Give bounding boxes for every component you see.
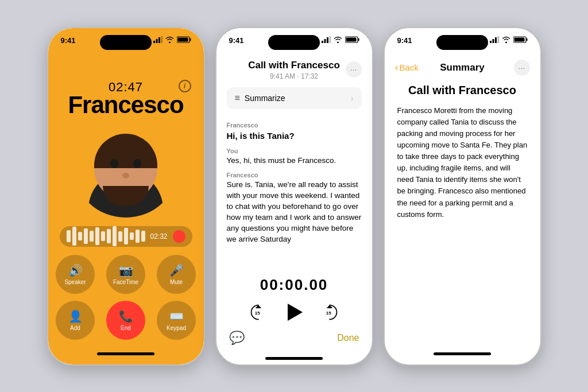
record-button[interactable]: [173, 230, 185, 243]
svg-rect-0: [153, 41, 155, 43]
summary-more-icon: ···: [519, 63, 525, 72]
svg-rect-1: [156, 39, 157, 43]
dynamic-island: [100, 35, 152, 50]
phone-summary: 9:41: [384, 27, 541, 366]
add-label: Add: [70, 325, 80, 331]
wifi-icon-3: [502, 36, 510, 43]
back-button[interactable]: ‹ Back: [395, 61, 419, 73]
svg-rect-5: [189, 38, 191, 41]
add-button[interactable]: 👤 Add: [56, 301, 95, 340]
mute-label: Mute: [170, 279, 183, 285]
facetime-label: FaceTime: [113, 279, 138, 285]
memoji-nose: [122, 173, 129, 178]
summarize-chevron-icon: ›: [351, 94, 354, 103]
keypad-button[interactable]: ⌨️ Keypad: [157, 301, 196, 340]
wave-line: [118, 231, 122, 242]
wave-line: [107, 229, 111, 243]
end-icon: 📞: [119, 309, 133, 323]
signal-icon: [153, 36, 163, 43]
transcript-subtitle: 9:41 AM · 17:32: [270, 72, 318, 80]
svg-rect-3: [161, 36, 163, 43]
status-icons-2: [322, 36, 359, 43]
transcript-body: Francesco Hi, is this Tania? You Yes, hi…: [216, 109, 372, 268]
speaker-button[interactable]: 🔊 Speaker: [56, 255, 95, 294]
wave-line: [84, 228, 88, 244]
playback-section: 00:00.00 15: [216, 268, 372, 325]
call-btn-row-2: 👤 Add 📞 End ⌨️ Keypad: [56, 301, 196, 340]
call-info-icon[interactable]: i: [179, 80, 191, 92]
facetime-icon: 📷: [119, 263, 133, 277]
memoji: [77, 120, 175, 218]
status-time-2: 9:41: [229, 36, 244, 45]
svg-rect-21: [497, 36, 499, 43]
speaker-label-2: You: [227, 148, 362, 154]
memoji-right-eye: [133, 159, 141, 168]
end-call-button[interactable]: 📞 End: [106, 301, 145, 340]
caller-name: Francesco: [68, 91, 183, 119]
battery-icon-2: [345, 36, 359, 43]
transcript-screen: 9:41: [216, 28, 372, 364]
wave-line: [78, 232, 82, 240]
skip-back-button[interactable]: 15: [248, 302, 269, 323]
svg-rect-9: [327, 37, 328, 43]
battery-icon-3: [513, 36, 528, 43]
wave-line: [72, 227, 76, 245]
transcript-more-button[interactable]: ···: [346, 61, 362, 77]
wave-line: [113, 226, 117, 246]
wave-line: [90, 231, 94, 242]
phone-transcript: 9:41: [215, 27, 373, 366]
wave-line: [67, 230, 71, 243]
playback-controls: 15 15: [248, 300, 340, 325]
summarize-label: Summarize: [245, 94, 285, 103]
status-icons-1: [153, 36, 191, 43]
wifi-icon-2: [334, 36, 342, 43]
play-button[interactable]: [281, 300, 307, 325]
chat-icon-button[interactable]: 💬: [229, 331, 245, 346]
waveform-bar: 02:32: [60, 226, 192, 247]
done-button[interactable]: Done: [337, 333, 359, 343]
svg-rect-6: [177, 37, 188, 41]
transcript-bottom-bar: 💬 Done: [216, 325, 372, 357]
call-screen: 9:41: [48, 28, 204, 364]
back-chevron-icon: ‹: [395, 61, 399, 73]
speaker-label: Speaker: [64, 279, 86, 285]
add-icon: 👤: [68, 309, 83, 323]
back-label: Back: [400, 63, 419, 72]
keypad-label: Keypad: [167, 325, 186, 331]
wave-line: [95, 227, 99, 245]
svg-rect-19: [492, 39, 494, 43]
caller-avatar: [74, 120, 177, 218]
memoji-hair: [94, 134, 157, 168]
svg-rect-24: [514, 37, 524, 41]
svg-rect-12: [358, 38, 359, 41]
signal-icon-2: [322, 36, 331, 43]
svg-rect-10: [329, 36, 331, 43]
dynamic-island-3: [436, 35, 488, 50]
play-icon: [288, 304, 303, 321]
mute-button[interactable]: 🎤 Mute: [157, 255, 196, 294]
wave-line: [101, 231, 105, 240]
summarize-icon: ≡: [235, 93, 240, 103]
speaker-icon: 🔊: [68, 263, 83, 277]
mute-icon: 🎤: [169, 263, 184, 277]
memoji-left-eye: [110, 159, 118, 168]
keypad-icon: ⌨️: [169, 309, 184, 323]
home-indicator-2: [265, 357, 323, 360]
speaker-label-3: Francesco: [227, 172, 362, 178]
wave-line: [136, 230, 140, 243]
signal-icon-3: [490, 36, 499, 43]
end-label: End: [121, 325, 131, 331]
playback-timer: 00:00.00: [260, 276, 328, 294]
wave-line: [130, 232, 134, 240]
summarize-button[interactable]: ≡ Summarize ›: [227, 87, 362, 109]
status-time-1: 9:41: [61, 36, 76, 45]
summary-nav-title: Summary: [440, 62, 484, 73]
summary-more-button[interactable]: ···: [514, 60, 530, 76]
facetime-button[interactable]: 📷 FaceTime: [106, 255, 145, 294]
svg-text:15: 15: [326, 310, 331, 315]
wave-line: [141, 231, 145, 242]
transcript-line-2: Yes, hi, this must be Francesco.: [227, 156, 362, 166]
svg-rect-8: [324, 39, 326, 43]
call-buttons: 🔊 Speaker 📷 FaceTime 🎤 Mute 👤: [48, 255, 204, 340]
skip-forward-button[interactable]: 15: [319, 302, 340, 323]
